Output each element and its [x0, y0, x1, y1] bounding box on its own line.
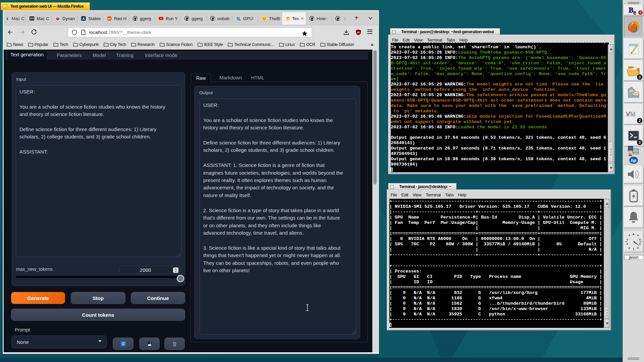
svg-text:L: L — [238, 17, 241, 21]
svg-text:M: M — [630, 111, 636, 118]
svg-text:e: e — [633, 9, 636, 15]
svg-text:hp: hp — [631, 158, 636, 163]
svg-text:uO: uO — [357, 31, 360, 34]
svg-text:ars: ars — [108, 17, 111, 20]
svg-text:A: A — [82, 16, 85, 20]
svg-text:B: B — [629, 6, 634, 14]
